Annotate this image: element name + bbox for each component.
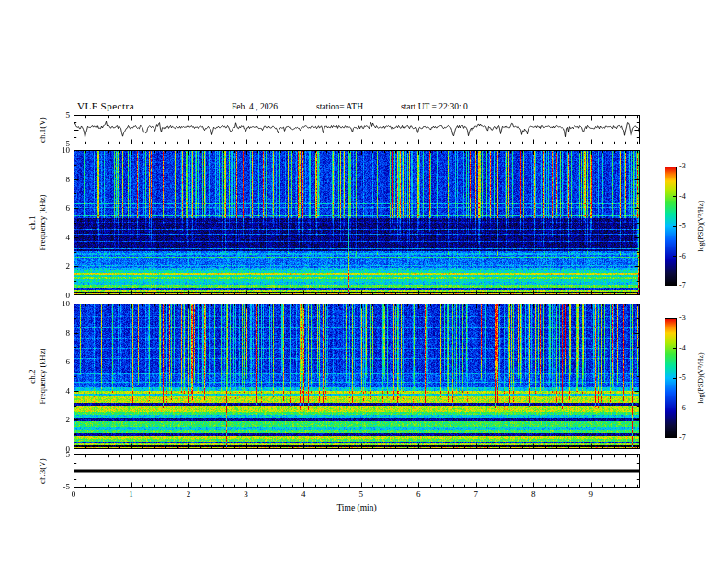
y-tick-label: 6 (46, 204, 70, 213)
colorbar-tick-label: -7 (679, 282, 698, 290)
ch1-voltage-axis-text: ch.1(V) (38, 117, 48, 143)
ch3-voltage-axis-label: ch.3(V) (38, 458, 48, 484)
station-label: station= ATH (316, 102, 363, 111)
colorbar-tick-label: -5 (679, 223, 698, 230)
ch1-frequency-axis-label: ch.1 Frequency (kHz) (28, 194, 48, 250)
y-tick-label: 2 (46, 262, 70, 270)
ch3-waveform-canvas (74, 454, 640, 488)
x-tick-label: 4 (292, 490, 314, 499)
plot-title: VLF Spectra (77, 100, 134, 111)
ch1-voltage-axis-label: ch.1(V) (38, 117, 48, 143)
y-tick-label: 2 (46, 416, 70, 424)
x-tick-label: 1 (120, 490, 142, 499)
colorbar-tick-label: -3 (679, 315, 698, 322)
colorbar-tick-label: -5 (679, 374, 698, 382)
ch2-colorbar (665, 318, 677, 438)
ch1-colorbar (665, 167, 677, 286)
y-tick-label: 10 (46, 300, 70, 308)
y-tick-label: 8 (46, 176, 70, 184)
ch2-spectrogram-canvas (74, 304, 640, 449)
y-tick-label: 8 (46, 329, 70, 338)
ch2-channel-text: ch.2 (28, 348, 38, 404)
ch2-frequency-axis-label: ch.2 Frequency (kHz) (28, 348, 48, 404)
colorbar-tick-label: -4 (679, 193, 698, 201)
vlf-spectra-figure: VLF Spectra Feb. 4 , 2026 station= ATH s… (0, 0, 728, 563)
x-tick-label: 5 (350, 490, 372, 499)
ch1-waveform-canvas (74, 115, 640, 144)
ch2-frequency-unit-text: Frequency (kHz) (38, 348, 48, 404)
x-tick-label: 6 (407, 490, 429, 499)
plot-date: Feb. 4 , 2026 (232, 102, 278, 111)
colorbar-tick-label: -3 (679, 163, 698, 170)
colorbar-tick-label: -4 (679, 345, 698, 352)
x-tick-label: 2 (177, 490, 199, 499)
y-tick-label: 6 (46, 358, 70, 366)
y-tick-label: 10 (46, 146, 70, 155)
x-tick-label: 8 (522, 490, 544, 499)
colorbar-tick-label: -7 (679, 434, 698, 442)
ch1-spectrogram-canvas (74, 150, 640, 295)
y-tick-label: 0 (46, 445, 70, 454)
y-tick-label: 4 (46, 234, 70, 242)
ch1-frequency-unit-text: Frequency (kHz) (38, 194, 48, 250)
x-axis-label: Time (min) (74, 503, 640, 512)
y-tick-label: 5 (46, 111, 70, 120)
colorbar-tick-label: -6 (679, 405, 698, 412)
x-tick-label: 3 (235, 490, 257, 499)
ch1-channel-text: ch.1 (28, 194, 38, 250)
x-tick-label: 7 (465, 490, 487, 499)
ch3-voltage-axis-text: ch.3(V) (38, 458, 48, 484)
x-tick-label: 0 (63, 490, 85, 499)
start-ut-label: start UT = 22:30: 0 (401, 102, 468, 111)
x-tick-label: 9 (580, 490, 602, 499)
y-tick-label: 4 (46, 387, 70, 396)
colorbar-tick-label: -6 (679, 253, 698, 260)
